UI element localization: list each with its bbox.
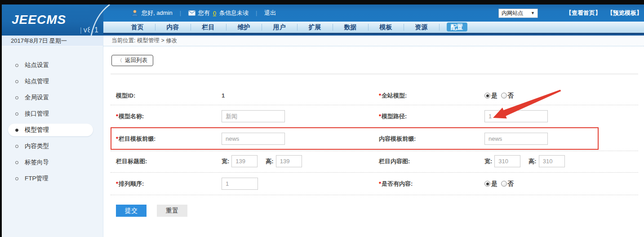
bullet-icon <box>15 177 18 180</box>
tab-maintenance[interactable]: 维护 <box>226 22 262 33</box>
sort-order-input[interactable] <box>222 178 258 190</box>
logo-swoosh-decoration <box>90 4 111 36</box>
breadcrumb: 当前位置: 模型管理 > 修改 <box>103 36 644 46</box>
height-label: 高: <box>266 157 273 165</box>
sidebar-item-ftp-management[interactable]: FTP管理 <box>2 170 103 187</box>
greeting-text: 您好, admin <box>142 9 173 17</box>
reset-button[interactable]: 重置 <box>157 205 187 217</box>
field-model-id-value: 1 <box>222 89 225 102</box>
has-content-radio-yes[interactable]: 是 <box>484 180 497 188</box>
has-content-radio-no[interactable]: 否 <box>501 180 514 188</box>
window-top-edge <box>0 0 644 4</box>
topbar: 您好, admin | 您有 0 条信息未读 | 退出 内网站点 ▼ 【查看首页… <box>103 4 644 22</box>
form-row-4: 栏目标题图: 宽: 高: 栏目内容图: 宽: 高: <box>103 155 644 167</box>
jeecms-admin-window: JEECMS |v8.1 您好, admin | <box>0 0 644 237</box>
content-template-prefix-input[interactable] <box>484 133 548 145</box>
mail-icon <box>188 10 195 16</box>
msg-prefix: 您有 <box>198 9 210 17</box>
row-divider <box>111 151 638 151</box>
field-model-name-label: *模型名称: <box>116 110 144 122</box>
field-model-id-label: 模型ID: <box>116 89 135 102</box>
tab-data[interactable]: 数据 <box>333 22 368 33</box>
view-homepage-link[interactable]: 【查看首页】 <box>566 9 601 17</box>
site-model-radio-yes[interactable]: 是 <box>484 92 497 100</box>
logo-block: JEECMS |v8.1 <box>2 4 103 36</box>
sidebar-item-content-type[interactable]: 内容类型 <box>2 138 103 154</box>
field-site-model-label: *全站模型: <box>379 89 407 102</box>
tab-home[interactable]: 首页 <box>120 22 155 33</box>
main-nav: 首页 内容 栏目 维护 用户 扩展 数据 模板 资源 配置 <box>103 22 644 33</box>
form-row-1: 模型ID: 1 *全站模型: 是 否 <box>103 89 644 102</box>
sidebar-menu: 站点设置 站点管理 全局设置 接口管理 模型管理 内容类型 <box>2 57 103 187</box>
form-top-divider <box>111 74 638 74</box>
active-item-highlight <box>8 124 93 136</box>
chevron-left-icon: 〈 <box>117 57 122 64</box>
bullet-icon <box>15 96 18 99</box>
logout-link[interactable]: 退出 <box>264 9 276 17</box>
preview-template-link[interactable]: 【预览模板】 <box>607 9 642 17</box>
field-channel-content-image-label: 栏目内容图: <box>379 155 410 167</box>
row-divider <box>111 172 638 173</box>
bullet-icon <box>15 112 18 116</box>
tab-content[interactable]: 内容 <box>155 22 191 33</box>
radio-icon <box>484 181 490 187</box>
topbar-divider: | <box>180 10 181 16</box>
radio-icon <box>501 181 507 187</box>
channel-template-prefix-input[interactable] <box>222 133 285 145</box>
user-icon <box>131 9 138 17</box>
field-channel-title-image-label: 栏目标题图: <box>116 155 147 167</box>
form-row-2: *模型名称: *模型路径: <box>103 110 644 122</box>
field-has-content-label: *是否有内容: <box>379 178 413 190</box>
field-site-model-value: 是 否 <box>484 89 514 102</box>
site-select-value: 内网站点 <box>502 9 523 17</box>
field-model-path-label: *模型路径: <box>379 110 407 122</box>
sidebar-item-model-management[interactable]: 模型管理 <box>2 122 103 138</box>
field-channel-template-prefix-label: *栏目模板前缀: <box>116 133 155 145</box>
model-name-input[interactable] <box>222 110 285 122</box>
tab-category[interactable]: 栏目 <box>191 22 226 33</box>
messages-link[interactable]: 您有 0 条信息未读 <box>188 9 249 17</box>
width-label: 宽: <box>222 157 229 165</box>
current-date: 2017年8月7日 星期一 <box>2 36 103 46</box>
user-greeting: 您好, admin <box>131 9 173 17</box>
bullet-icon <box>15 161 18 164</box>
tab-user[interactable]: 用户 <box>262 22 297 33</box>
row-divider <box>111 105 638 105</box>
site-select[interactable]: 内网站点 ▼ <box>498 9 538 18</box>
chevron-down-icon: ▼ <box>531 11 535 15</box>
tab-config[interactable]: 配置 <box>439 22 475 33</box>
bullet-icon <box>15 64 18 67</box>
radio-icon <box>484 93 490 98</box>
tab-resource[interactable]: 资源 <box>404 22 439 33</box>
row-divider <box>111 195 638 195</box>
tab-template[interactable]: 模板 <box>368 22 404 33</box>
form-row-3: *栏目模板前缀: 内容模板前缀: <box>103 133 644 145</box>
tab-extension[interactable]: 扩展 <box>297 22 333 33</box>
app-logo: JEECMS |v8.1 <box>12 13 66 27</box>
sidebar-item-global-settings[interactable]: 全局设置 <box>2 89 103 106</box>
channel-title-image-height-input[interactable] <box>276 155 302 167</box>
sidebar-item-interface-management[interactable]: 接口管理 <box>2 106 103 122</box>
channel-content-image-width-input[interactable] <box>494 155 520 167</box>
radio-icon <box>501 93 507 98</box>
submit-button[interactable]: 提交 <box>116 205 147 217</box>
site-model-radio-no[interactable]: 否 <box>501 92 514 100</box>
topbar-divider: | <box>256 10 257 16</box>
bullet-icon <box>15 145 18 148</box>
sidebar-item-tag-wizard[interactable]: 标签向导 <box>2 154 103 170</box>
sidebar-item-site-management[interactable]: 站点管理 <box>2 73 103 89</box>
width-label: 宽: <box>484 157 492 165</box>
sidebar-item-site-settings[interactable]: 站点设置 <box>2 57 103 73</box>
field-content-template-prefix-label: 内容模板前缀: <box>379 133 416 145</box>
back-to-list-button[interactable]: 〈 返回列表 <box>111 55 153 66</box>
form-row-5: *排列顺序: *是否有内容: 是 否 <box>103 178 644 190</box>
field-sort-order-label: *排列顺序: <box>116 178 144 190</box>
channel-content-image-height-input[interactable] <box>539 155 565 167</box>
bullet-icon <box>15 80 18 83</box>
unread-count[interactable]: 0 <box>213 10 217 17</box>
bullet-icon <box>15 129 18 132</box>
model-path-input[interactable] <box>484 110 548 122</box>
logo-wordmark: JEECMS <box>12 13 66 27</box>
channel-title-image-width-input[interactable] <box>231 155 258 167</box>
form-actions: 提交 重置 <box>116 205 187 217</box>
